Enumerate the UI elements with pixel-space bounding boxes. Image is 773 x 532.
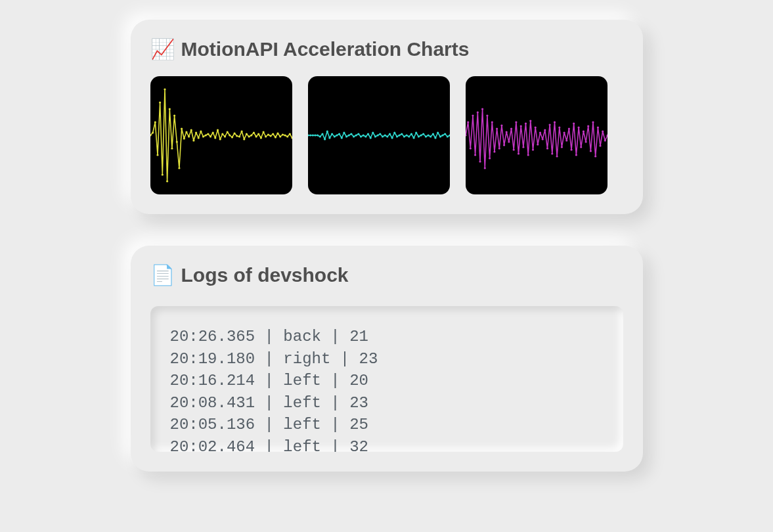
svg-point-123 [472, 114, 474, 116]
svg-point-44 [255, 135, 257, 137]
svg-point-18 [192, 139, 194, 141]
svg-point-171 [587, 125, 589, 127]
svg-point-62 [311, 134, 313, 136]
svg-point-109 [424, 135, 426, 137]
svg-point-159 [558, 126, 560, 128]
log-line: 20:05.136 | left | 25 [170, 414, 604, 436]
svg-point-108 [422, 133, 424, 135]
svg-point-83 [362, 134, 364, 136]
charts-row [150, 76, 623, 194]
svg-point-107 [420, 134, 422, 136]
svg-point-80 [355, 134, 357, 136]
svg-point-64 [317, 134, 319, 136]
svg-point-134 [498, 147, 500, 149]
svg-point-116 [441, 134, 443, 136]
svg-point-124 [474, 154, 476, 156]
svg-point-95 [391, 137, 393, 139]
logs-card-title-text: Logs of devshock [181, 264, 349, 286]
svg-point-142 [517, 152, 519, 154]
svg-point-32 [226, 131, 228, 133]
svg-point-13 [181, 127, 183, 129]
svg-point-60 [308, 134, 309, 136]
svg-point-11 [175, 141, 177, 143]
svg-point-22 [202, 135, 204, 137]
svg-point-58 [288, 133, 290, 135]
svg-point-146 [527, 154, 529, 156]
svg-point-158 [556, 155, 558, 157]
svg-point-36 [236, 135, 238, 137]
svg-point-169 [582, 130, 584, 132]
svg-point-104 [412, 137, 414, 139]
svg-point-61 [309, 134, 311, 136]
svg-point-106 [417, 135, 419, 137]
chart-svg [466, 76, 607, 194]
svg-point-132 [493, 150, 495, 152]
svg-point-38 [240, 130, 242, 132]
svg-point-172 [589, 150, 591, 152]
charts-card-title: 📈 MotionAPI Acceleration Charts [150, 38, 623, 60]
svg-point-168 [580, 146, 582, 148]
svg-point-42 [250, 134, 252, 136]
svg-point-71 [333, 135, 335, 137]
svg-point-127 [481, 108, 483, 110]
svg-point-155 [548, 123, 550, 125]
svg-point-66 [321, 133, 323, 135]
svg-point-99 [401, 133, 403, 135]
svg-point-90 [379, 133, 381, 135]
svg-point-174 [594, 155, 596, 157]
svg-point-34 [231, 136, 232, 138]
svg-point-6 [164, 88, 166, 90]
svg-point-25 [209, 135, 211, 137]
svg-point-82 [359, 135, 361, 137]
svg-point-73 [338, 133, 340, 135]
svg-point-139 [510, 127, 512, 129]
svg-point-103 [410, 133, 412, 135]
svg-point-150 [537, 143, 539, 145]
chart-accel-x [150, 76, 292, 194]
svg-point-84 [364, 135, 366, 137]
svg-point-126 [479, 160, 481, 162]
svg-point-33 [229, 134, 231, 136]
svg-point-152 [541, 138, 543, 140]
svg-point-67 [324, 138, 326, 140]
svg-point-2 [154, 121, 156, 123]
svg-point-136 [503, 144, 505, 146]
svg-point-149 [534, 126, 536, 128]
svg-point-81 [357, 133, 359, 135]
svg-point-100 [403, 135, 405, 137]
svg-point-1 [152, 131, 154, 133]
chart-svg [150, 76, 292, 194]
svg-point-40 [245, 133, 247, 135]
svg-point-140 [512, 148, 514, 150]
charts-card: 📈 MotionAPI Acceleration Charts [131, 20, 643, 214]
svg-point-7 [166, 180, 168, 182]
svg-point-117 [444, 133, 446, 135]
svg-point-41 [248, 135, 250, 137]
svg-point-96 [393, 131, 395, 133]
svg-point-85 [366, 133, 368, 135]
logs-icon: 📄 [150, 265, 175, 285]
svg-point-148 [531, 148, 533, 150]
svg-point-35 [233, 132, 235, 134]
svg-point-114 [437, 131, 439, 133]
svg-point-91 [381, 135, 383, 137]
svg-point-26 [211, 131, 213, 133]
svg-point-10 [173, 114, 175, 116]
svg-point-167 [577, 126, 579, 128]
svg-point-128 [483, 167, 485, 169]
svg-point-21 [200, 130, 202, 132]
log-line: 20:02.464 | left | 32 [170, 436, 604, 452]
svg-point-68 [326, 130, 328, 132]
svg-point-156 [551, 152, 553, 154]
svg-point-52 [274, 136, 276, 138]
svg-point-70 [331, 133, 333, 135]
logs-panel[interactable]: 20:26.365 | back | 2120:19.180 | right |… [150, 306, 623, 452]
svg-point-56 [284, 134, 286, 136]
svg-point-166 [575, 154, 577, 156]
svg-point-162 [565, 139, 567, 141]
svg-point-163 [567, 127, 569, 129]
svg-point-24 [207, 133, 209, 135]
svg-point-178 [604, 139, 606, 141]
svg-point-92 [384, 134, 386, 136]
svg-point-151 [539, 131, 541, 133]
